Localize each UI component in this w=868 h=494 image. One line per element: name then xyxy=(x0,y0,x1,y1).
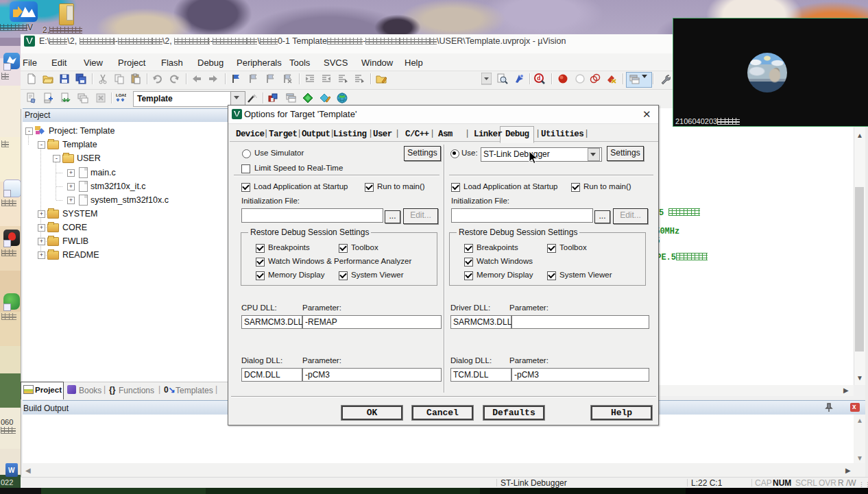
svg-text:d: d xyxy=(537,75,540,82)
svg-text:LOAD: LOAD xyxy=(116,93,126,97)
